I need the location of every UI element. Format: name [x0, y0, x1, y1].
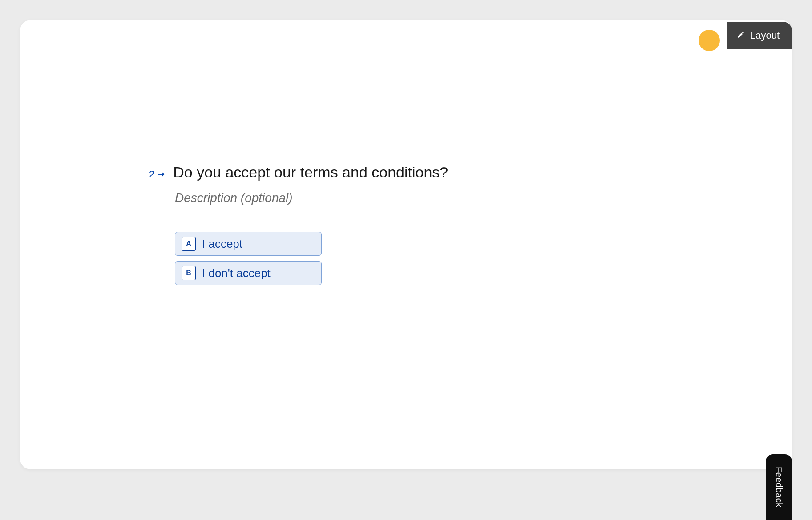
arrow-right-icon [157, 169, 165, 180]
layout-button-label: Layout [750, 30, 780, 41]
editor-card: Layout 2 Do you accept our terms and con… [20, 20, 792, 469]
option-label: I accept [202, 237, 242, 251]
question-description[interactable]: Description (optional) [175, 191, 549, 205]
question-title-wrap: Do you accept our terms and conditions? [173, 162, 549, 182]
option-label: I don't accept [202, 266, 271, 280]
avatar[interactable] [699, 30, 720, 51]
pencil-icon [737, 30, 745, 41]
question-container: 2 Do you accept our terms and conditions… [149, 162, 549, 285]
header-controls: Layout [699, 20, 792, 51]
question-number: 2 [149, 169, 165, 180]
option-key: A [182, 237, 196, 251]
option-b[interactable]: B I don't accept [175, 261, 322, 285]
layout-button[interactable]: Layout [727, 22, 792, 49]
options-list: A I accept B I don't accept [175, 232, 549, 285]
question-number-value: 2 [149, 169, 154, 180]
option-a[interactable]: A I accept [175, 232, 322, 256]
question-title[interactable]: Do you accept our terms and conditions? [173, 162, 549, 182]
option-key: B [182, 266, 196, 280]
question-row: 2 Do you accept our terms and conditions… [149, 162, 549, 182]
feedback-tab[interactable]: Feedback [766, 454, 792, 520]
